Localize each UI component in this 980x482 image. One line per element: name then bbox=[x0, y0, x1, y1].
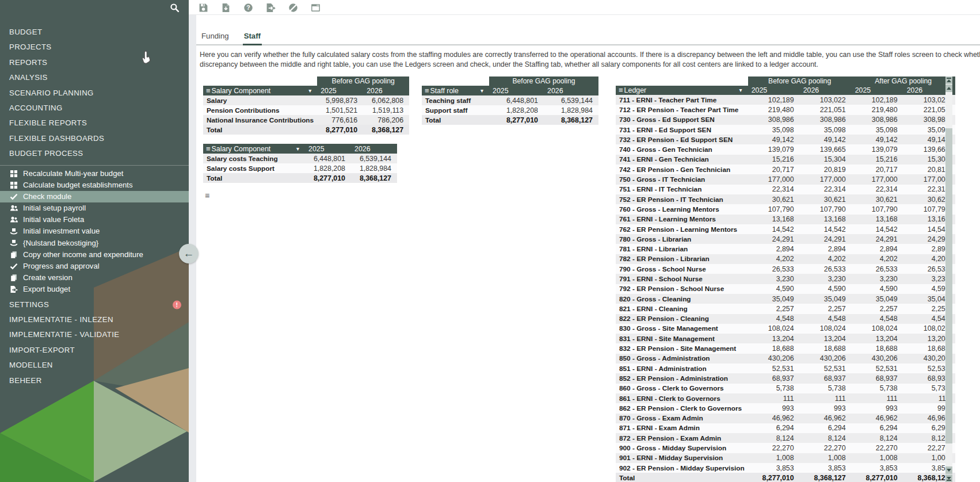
sidebar-collapse-button[interactable]: ← bbox=[179, 244, 199, 263]
toolbar-buttons: ? bbox=[192, 0, 322, 15]
sidebar-item-flexible-dashboards[interactable]: FLEXIBLE DASHBOARDS bbox=[0, 131, 189, 146]
table-row: 832 - ER Pension - Site Management18,688… bbox=[616, 343, 955, 353]
sidebar-item-initial-setup-payroll[interactable]: Initial setup payroll bbox=[0, 202, 189, 214]
row-label: 831 - ERNI - Site Management bbox=[616, 334, 748, 343]
window-icon[interactable] bbox=[309, 1, 322, 14]
table-row: 752 - ER Pension - IT Technician30,62130… bbox=[616, 194, 955, 204]
sidebar-item-accounting[interactable]: ACCOUNTING bbox=[0, 101, 189, 116]
cell-value: 8,277,010 bbox=[305, 173, 351, 183]
tab-funding[interactable]: Funding bbox=[200, 29, 230, 44]
column-menu-icon[interactable]: ≡ bbox=[206, 86, 211, 95]
cell-value: 102,189 bbox=[852, 95, 903, 105]
column-dropdown-icon[interactable]: ▾ bbox=[739, 86, 745, 95]
sidebar-item-copy-other-income-and-expenditure[interactable]: Copy other income and expenditure bbox=[0, 249, 189, 261]
cell-value: 8,124 bbox=[852, 433, 903, 443]
sidebar-item-analysis[interactable]: ANALYSIS bbox=[0, 70, 189, 85]
sidebar-item-recalculate-multi-year-budget[interactable]: Recalculate Multi-year budget bbox=[0, 168, 189, 179]
table-row: 831 - ERNI - Site Management13,20413,204… bbox=[616, 334, 955, 343]
scrollbar-thumb[interactable] bbox=[945, 128, 952, 443]
row-label: 830 - Gross - Site Management bbox=[616, 324, 748, 334]
sidebar-item-flexible-reports[interactable]: FLEXIBLE REPORTS bbox=[0, 116, 189, 131]
table-row: 742 - ER Pension - Gen Technician20,7172… bbox=[616, 165, 955, 174]
search-icon[interactable] bbox=[168, 1, 181, 14]
scroll-to-top-button[interactable] bbox=[945, 76, 952, 84]
sidebar-item-budget[interactable]: BUDGET bbox=[0, 25, 189, 40]
row-label: 780 - Gross - Librarian bbox=[616, 234, 748, 244]
column-menu-icon[interactable]: ≡ bbox=[619, 86, 623, 95]
cell-value: 6,448,801 bbox=[305, 154, 351, 163]
cell-value: 308,986 bbox=[852, 115, 903, 125]
column-dropdown-icon[interactable]: ▾ bbox=[308, 86, 314, 95]
sidebar-item-beheer[interactable]: BEHEER bbox=[0, 373, 189, 388]
staff-role-table: Before GAG pooling≡Staff role▾20252026Te… bbox=[422, 76, 598, 125]
column-menu-icon[interactable]: ≡ bbox=[425, 86, 429, 95]
export-doc-icon[interactable] bbox=[264, 1, 277, 14]
cell-value: 1,828,208 bbox=[489, 105, 544, 115]
sidebar-item-budget-process[interactable]: BUDGET PROCESS bbox=[0, 146, 189, 161]
cell-value: 52,531 bbox=[800, 364, 852, 373]
scroll-up-button[interactable] bbox=[945, 85, 952, 92]
copy-icon bbox=[9, 250, 18, 259]
sidebar-item-create-version[interactable]: Create version bbox=[0, 272, 189, 284]
row-label: 750 - Gross - IT Technician bbox=[616, 174, 748, 184]
sidebar-item-scenario-planning[interactable]: SCENARIO PLANNING bbox=[0, 86, 189, 101]
sidebar-item-export-budget[interactable]: Export budget bbox=[0, 284, 189, 295]
cell-value: 8,124 bbox=[800, 433, 852, 443]
row-label: 791 - ERNI - School Nurse bbox=[616, 274, 748, 284]
row-label: 832 - ER Pension - Site Management bbox=[616, 343, 748, 353]
sidebar-item-calculate-budget-establishments[interactable]: Calculate budget establishments bbox=[0, 179, 189, 191]
save-icon[interactable] bbox=[197, 1, 209, 14]
cell-value: 3,230 bbox=[748, 274, 800, 284]
sidebar-item-initial-value-foleta[interactable]: Initial value Foleta bbox=[0, 214, 189, 225]
sidebar-item-nulstand-bekostiging[interactable]: {Nulstand bekostiging} bbox=[0, 238, 189, 249]
tab-staff[interactable]: Staff bbox=[243, 29, 262, 45]
scroll-to-bottom-button[interactable] bbox=[945, 475, 952, 482]
help-icon[interactable]: ? bbox=[242, 1, 254, 14]
cell-value: 108,024 bbox=[748, 324, 800, 334]
cell-value: 308,986 bbox=[800, 115, 852, 125]
sidebar-item-implementatie-validatie[interactable]: IMPLEMENTATIE - VALIDATIE bbox=[0, 327, 189, 342]
cell-value: 6,294 bbox=[852, 423, 903, 433]
sidebar-item-implementatie-inlezen[interactable]: IMPLEMENTATIE - INLEZEN bbox=[0, 312, 189, 327]
table-total-row: Total8,277,0108,368,127 bbox=[422, 115, 598, 125]
sidebar-item-label: Copy other income and expenditure bbox=[23, 249, 143, 261]
sidebar-item-reports[interactable]: REPORTS bbox=[0, 55, 189, 70]
cell-value: 35,098 bbox=[800, 125, 852, 135]
arrow-left-icon: ← bbox=[184, 247, 195, 260]
table-menu-icon[interactable]: ≡ bbox=[205, 191, 209, 200]
cell-value: 52,531 bbox=[748, 364, 800, 373]
cell-value: 4,590 bbox=[748, 284, 800, 294]
table-row: 712 - ER Pension - Teacher Part Time219,… bbox=[616, 105, 955, 114]
download-icon[interactable] bbox=[219, 1, 232, 14]
block-icon[interactable] bbox=[287, 1, 299, 14]
sidebar-item-import-export[interactable]: IMPORT-EXPORT bbox=[0, 343, 189, 358]
group-header-before-gag-pooling: Before GAG pooling bbox=[748, 76, 852, 86]
sidebar-item-modellen[interactable]: MODELLEN bbox=[0, 358, 189, 373]
row-label: 760 - Gross - Learning Mentors bbox=[616, 204, 748, 214]
cell-value: 8,277,010 bbox=[317, 125, 363, 135]
sidebar-item-projects[interactable]: PROJECTS bbox=[0, 40, 189, 55]
scrollbar-track[interactable] bbox=[945, 93, 952, 466]
cell-value: 5,738 bbox=[748, 384, 800, 393]
table-row: Support staff1,828,2081,828,984 bbox=[422, 105, 598, 115]
table-row: Pension Contributions1,501,5211,519,113 bbox=[203, 105, 409, 115]
sidebar-item-settings[interactable]: SETTINGS! bbox=[0, 297, 189, 312]
cell-value: 6,539,144 bbox=[351, 154, 397, 163]
row-label: 751 - ERNI - IT Technician bbox=[616, 185, 748, 194]
scroll-down-button[interactable] bbox=[945, 466, 952, 474]
column-dropdown-icon[interactable]: ▾ bbox=[296, 144, 302, 154]
cell-value: 68,937 bbox=[800, 373, 852, 383]
column-menu-icon[interactable]: ≡ bbox=[206, 144, 211, 154]
sidebar-item-label: Recalculate Multi-year budget bbox=[23, 168, 123, 179]
year-header: 2026 bbox=[363, 86, 409, 95]
sidebar-item-check-module[interactable]: Check module bbox=[0, 191, 189, 202]
cell-value: 111 bbox=[800, 393, 852, 403]
cell-value: 35,049 bbox=[852, 294, 903, 304]
ledger-scrollbar[interactable] bbox=[945, 76, 952, 482]
cell-value: 219,480 bbox=[748, 105, 800, 114]
column-dropdown-icon[interactable]: ▾ bbox=[481, 86, 486, 95]
sidebar-item-label: Progress and approval bbox=[23, 261, 100, 272]
sidebar-item-initial-investment-value[interactable]: Initial investment value bbox=[0, 225, 189, 237]
sidebar-item-progress-and-approval[interactable]: Progress and approval bbox=[0, 261, 189, 272]
group-header-before-gag-pooling: Before GAG pooling bbox=[317, 76, 409, 86]
